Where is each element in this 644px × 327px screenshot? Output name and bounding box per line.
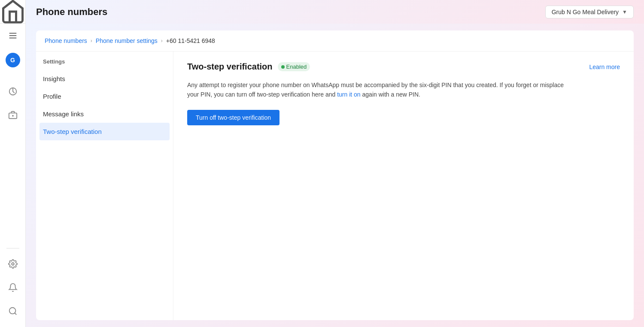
- breadcrumb-phone-number: +60 11-5421 6948: [166, 37, 215, 44]
- home-icon: [0, 0, 26, 24]
- sidebar-item-two-step-verification[interactable]: Two-step verification: [39, 123, 170, 140]
- turn-off-button[interactable]: Turn off two-step verification: [187, 110, 279, 125]
- bell-icon-container[interactable]: [0, 276, 26, 299]
- sidebar-top: G: [0, 0, 26, 245]
- search-icon-container[interactable]: [0, 299, 26, 323]
- gear-icon: [8, 259, 18, 269]
- account-name: Grub N Go Meal Delivery: [552, 9, 619, 15]
- search-icon: [8, 306, 18, 316]
- left-sidebar: G: [0, 0, 26, 327]
- home-icon-container[interactable]: [0, 0, 26, 24]
- settings-sidebar: Settings Insights Profile Message links …: [36, 51, 173, 320]
- breadcrumb-phone-numbers[interactable]: Phone numbers: [45, 37, 87, 44]
- svg-line-9: [15, 313, 16, 315]
- description-part2: again with a new PIN.: [361, 91, 420, 98]
- status-badge: Enabled: [278, 62, 310, 71]
- svg-point-7: [12, 263, 14, 265]
- status-label: Enabled: [286, 64, 307, 70]
- profile-label: Profile: [43, 93, 61, 100]
- sidebar-divider: [6, 248, 19, 248]
- breadcrumb-sep-1: ›: [91, 38, 92, 44]
- bell-icon: [8, 283, 18, 292]
- description-text: Any attempt to register your phone numbe…: [187, 80, 574, 100]
- user-avatar: G: [6, 53, 20, 67]
- settings-label: Settings: [36, 58, 173, 70]
- content-wrapper: Phone numbers › Phone number settings › …: [26, 24, 644, 327]
- status-dot-icon: [281, 65, 285, 69]
- chevron-down-icon: ▼: [622, 9, 627, 15]
- page-title: Phone numbers: [36, 6, 107, 18]
- message-links-label: Message links: [43, 110, 84, 118]
- analytics-icon-container[interactable]: [0, 79, 26, 103]
- svg-point-8: [9, 307, 15, 314]
- sidebar-item-insights[interactable]: Insights: [36, 70, 173, 88]
- section-title-row: Two-step verification Enabled: [187, 62, 310, 72]
- briefcase-icon: [8, 110, 18, 120]
- insights-label: Insights: [43, 75, 65, 82]
- sidebar-item-profile[interactable]: Profile: [36, 88, 173, 105]
- main-panel: Two-step verification Enabled Learn more…: [173, 51, 634, 320]
- breadcrumb-sep-2: ›: [161, 38, 163, 44]
- sidebar-item-message-links[interactable]: Message links: [36, 105, 173, 123]
- menu-icon: [8, 31, 18, 40]
- section-header: Two-step verification Enabled Learn more: [187, 62, 620, 72]
- turn-it-on-link[interactable]: turn it on: [337, 91, 360, 98]
- top-header: Phone numbers Grub N Go Meal Delivery ▼: [26, 0, 644, 24]
- breadcrumb: Phone numbers › Phone number settings › …: [36, 30, 634, 51]
- menu-icon-container[interactable]: [0, 24, 26, 47]
- avatar-container[interactable]: G: [0, 47, 26, 71]
- analytics-icon: [8, 87, 18, 96]
- gear-icon-container[interactable]: [0, 252, 26, 276]
- main-card: Phone numbers › Phone number settings › …: [36, 30, 634, 320]
- account-selector[interactable]: Grub N Go Meal Delivery ▼: [545, 6, 634, 18]
- briefcase-icon-container[interactable]: [0, 103, 26, 127]
- two-step-verification-label: Two-step verification: [43, 128, 102, 135]
- breadcrumb-phone-number-settings[interactable]: Phone number settings: [96, 37, 158, 44]
- section-title: Two-step verification: [187, 62, 273, 72]
- main-content: Phone numbers Grub N Go Meal Delivery ▼ …: [26, 0, 644, 327]
- learn-more-link[interactable]: Learn more: [589, 64, 620, 70]
- card-body: Settings Insights Profile Message links …: [36, 51, 634, 320]
- sidebar-bottom: [0, 245, 26, 327]
